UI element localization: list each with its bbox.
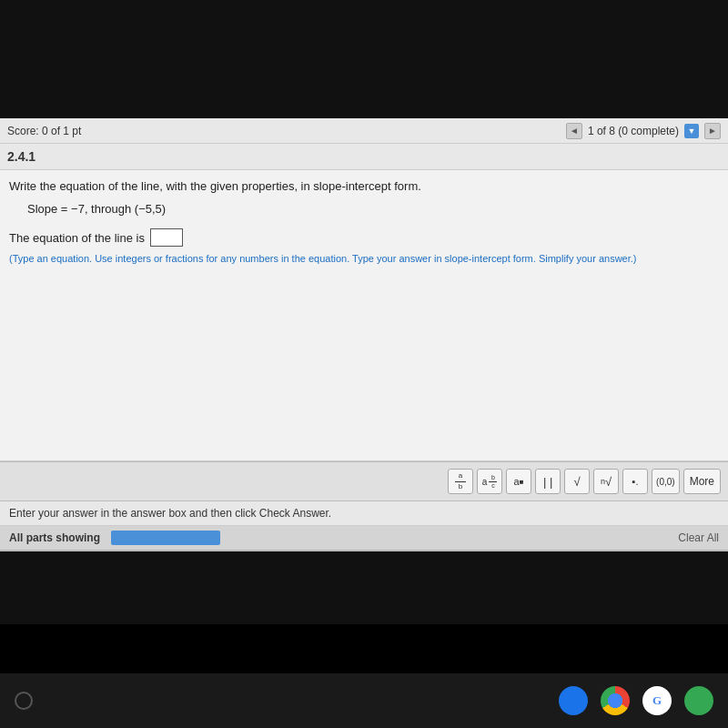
hint-text: (Type an equation. Use integers or fract… <box>9 252 646 266</box>
footer-instruction: Enter your answer in the answer box and … <box>0 501 728 526</box>
more-button[interactable]: More <box>683 469 721 494</box>
section-header: 2.4.1 <box>0 144 728 170</box>
superscript-button[interactable]: a■ <box>506 469 531 494</box>
lower-black-bar <box>0 551 728 624</box>
math-toolbar: a b a b c a■ <box>0 461 728 501</box>
answer-prefix: The equation of the line is <box>9 231 145 245</box>
nav-controls: ◄ 1 of 8 (0 complete) ▼ ► <box>566 123 721 139</box>
ordered-pair-button[interactable]: (0,0) <box>652 469 680 494</box>
taskbar-right: G <box>559 686 713 715</box>
all-parts-label: All parts showing <box>9 531 100 544</box>
progress-bar <box>111 531 220 545</box>
prev-button[interactable]: ◄ <box>566 123 582 139</box>
question-title: Write the equation of the line, with the… <box>9 179 719 193</box>
taskbar-left <box>15 692 33 710</box>
play-icon[interactable] <box>684 686 713 715</box>
top-bar <box>0 0 728 118</box>
section-label: 2.4.1 <box>7 149 35 164</box>
files-icon[interactable] <box>559 686 588 715</box>
nav-dropdown-button[interactable]: ▼ <box>684 124 699 138</box>
absolute-value-button[interactable]: | | <box>535 469 561 494</box>
decimal-button[interactable]: ▪. <box>622 469 648 494</box>
answer-input[interactable] <box>150 228 183 247</box>
google-icon[interactable]: G <box>642 686 672 715</box>
fraction-button[interactable]: a b <box>448 469 473 494</box>
sqrt-button[interactable]: √ <box>564 469 590 494</box>
answer-line: The equation of the line is <box>9 228 719 247</box>
bottom-bar: All parts showing Clear All <box>0 526 728 551</box>
slope-info: Slope = −7, through (−5,5) <box>27 202 719 216</box>
nav-info: 1 of 8 (0 complete) <box>588 125 679 137</box>
chrome-icon[interactable] <box>601 686 630 715</box>
nth-root-button[interactable]: n√ <box>593 469 619 494</box>
clear-all-button[interactable]: Clear All <box>678 531 719 544</box>
screen-wrapper: Score: 0 of 1 pt ◄ 1 of 8 (0 complete) ▼… <box>0 0 728 728</box>
main-content: Score: 0 of 1 pt ◄ 1 of 8 (0 complete) ▼… <box>0 118 728 551</box>
mixed-number-button[interactable]: a b c <box>477 469 502 494</box>
next-button[interactable]: ► <box>704 123 721 139</box>
taskbar-circle-icon <box>15 692 33 710</box>
score-text: Score: 0 of 1 pt <box>7 125 81 137</box>
question-area: Write the equation of the line, with the… <box>0 170 728 461</box>
score-nav-row: Score: 0 of 1 pt ◄ 1 of 8 (0 complete) ▼… <box>0 118 728 144</box>
taskbar: G <box>0 673 728 728</box>
instruction-text: Enter your answer in the answer box and … <box>9 507 331 520</box>
